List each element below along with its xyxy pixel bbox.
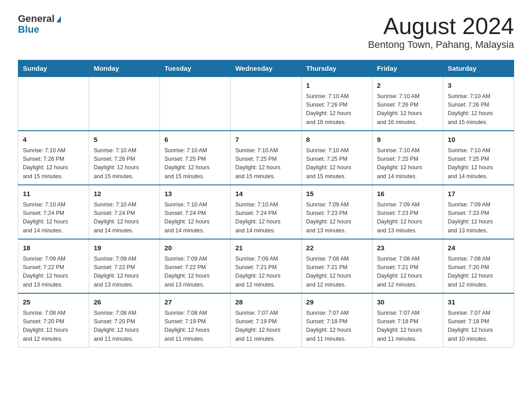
calendar-cell: 22Sunrise: 7:08 AMSunset: 7:21 PMDayligh…: [301, 239, 372, 293]
calendar-cell: 28Sunrise: 7:07 AMSunset: 7:19 PMDayligh…: [231, 293, 301, 347]
day-number: 8: [306, 135, 368, 145]
calendar-week-row: 25Sunrise: 7:08 AMSunset: 7:20 PMDayligh…: [18, 293, 514, 347]
calendar-cell: 2Sunrise: 7:10 AMSunset: 7:26 PMDaylight…: [372, 77, 443, 131]
logo-triangle-icon: [56, 16, 61, 22]
calendar-cell: 6Sunrise: 7:10 AMSunset: 7:25 PMDaylight…: [160, 131, 231, 185]
calendar-cell: 16Sunrise: 7:09 AMSunset: 7:23 PMDayligh…: [372, 185, 443, 239]
calendar-header-row: SundayMondayTuesdayWednesdayThursdayFrid…: [18, 60, 514, 77]
day-info: Sunrise: 7:08 AMSunset: 7:20 PMDaylight:…: [94, 309, 155, 344]
day-number: 25: [23, 297, 84, 308]
calendar-cell: 15Sunrise: 7:09 AMSunset: 7:23 PMDayligh…: [301, 185, 372, 239]
day-info: Sunrise: 7:10 AMSunset: 7:25 PMDaylight:…: [235, 146, 296, 181]
day-number: 27: [164, 297, 226, 308]
calendar-table: SundayMondayTuesdayWednesdayThursdayFrid…: [18, 60, 514, 347]
day-number: 3: [448, 81, 509, 91]
day-number: 12: [94, 189, 155, 199]
calendar-cell: 31Sunrise: 7:07 AMSunset: 7:18 PMDayligh…: [443, 293, 514, 347]
day-number: 11: [23, 189, 84, 199]
col-header-wednesday: Wednesday: [231, 60, 301, 77]
day-info: Sunrise: 7:10 AMSunset: 7:26 PMDaylight:…: [306, 92, 368, 127]
calendar-cell: [89, 77, 160, 131]
calendar-cell: 4Sunrise: 7:10 AMSunset: 7:26 PMDaylight…: [18, 131, 89, 185]
day-info: Sunrise: 7:10 AMSunset: 7:25 PMDaylight:…: [377, 146, 438, 181]
calendar-cell: 23Sunrise: 7:08 AMSunset: 7:21 PMDayligh…: [372, 239, 443, 293]
day-info: Sunrise: 7:08 AMSunset: 7:21 PMDaylight:…: [306, 255, 368, 290]
day-number: 2: [377, 81, 438, 91]
day-info: Sunrise: 7:08 AMSunset: 7:20 PMDaylight:…: [23, 309, 84, 344]
calendar-cell: 25Sunrise: 7:08 AMSunset: 7:20 PMDayligh…: [18, 293, 89, 347]
day-info: Sunrise: 7:10 AMSunset: 7:26 PMDaylight:…: [448, 92, 509, 127]
day-number: 22: [306, 243, 368, 253]
calendar-subtitle: Bentong Town, Pahang, Malaysia: [368, 39, 514, 51]
calendar-week-row: 11Sunrise: 7:10 AMSunset: 7:24 PMDayligh…: [18, 185, 514, 239]
day-number: 16: [377, 189, 438, 199]
calendar-cell: 29Sunrise: 7:07 AMSunset: 7:18 PMDayligh…: [301, 293, 372, 347]
calendar-cell: 5Sunrise: 7:10 AMSunset: 7:26 PMDaylight…: [89, 131, 160, 185]
calendar-week-row: 18Sunrise: 7:09 AMSunset: 7:22 PMDayligh…: [18, 239, 514, 293]
calendar-cell: 9Sunrise: 7:10 AMSunset: 7:25 PMDaylight…: [372, 131, 443, 185]
day-info: Sunrise: 7:09 AMSunset: 7:23 PMDaylight:…: [377, 201, 438, 235]
day-info: Sunrise: 7:09 AMSunset: 7:21 PMDaylight:…: [235, 255, 296, 290]
calendar-cell: 18Sunrise: 7:09 AMSunset: 7:22 PMDayligh…: [18, 239, 89, 293]
calendar-cell: 12Sunrise: 7:10 AMSunset: 7:24 PMDayligh…: [89, 185, 160, 239]
day-number: 15: [306, 189, 368, 199]
day-info: Sunrise: 7:09 AMSunset: 7:23 PMDaylight:…: [448, 201, 509, 235]
day-info: Sunrise: 7:08 AMSunset: 7:21 PMDaylight:…: [377, 255, 438, 290]
day-info: Sunrise: 7:08 AMSunset: 7:20 PMDaylight:…: [448, 255, 509, 290]
day-info: Sunrise: 7:08 AMSunset: 7:19 PMDaylight:…: [164, 309, 226, 344]
col-header-tuesday: Tuesday: [160, 60, 231, 77]
calendar-week-row: 1Sunrise: 7:10 AMSunset: 7:26 PMDaylight…: [18, 77, 514, 131]
day-info: Sunrise: 7:10 AMSunset: 7:25 PMDaylight:…: [306, 146, 368, 181]
calendar-title: August 2024: [368, 13, 514, 39]
day-number: 29: [306, 297, 368, 308]
calendar-cell: 7Sunrise: 7:10 AMSunset: 7:25 PMDaylight…: [231, 131, 301, 185]
day-info: Sunrise: 7:10 AMSunset: 7:25 PMDaylight:…: [164, 146, 226, 181]
day-number: 5: [94, 135, 155, 145]
day-info: Sunrise: 7:09 AMSunset: 7:22 PMDaylight:…: [164, 255, 226, 290]
day-info: Sunrise: 7:10 AMSunset: 7:24 PMDaylight:…: [23, 201, 84, 235]
day-number: 18: [23, 243, 84, 253]
calendar-cell: 3Sunrise: 7:10 AMSunset: 7:26 PMDaylight…: [443, 77, 514, 131]
day-info: Sunrise: 7:09 AMSunset: 7:22 PMDaylight:…: [94, 255, 155, 290]
calendar-cell: 1Sunrise: 7:10 AMSunset: 7:26 PMDaylight…: [301, 77, 372, 131]
day-number: 6: [164, 135, 226, 145]
calendar-cell: 10Sunrise: 7:10 AMSunset: 7:25 PMDayligh…: [443, 131, 514, 185]
day-number: 21: [235, 243, 296, 253]
calendar-cell: 21Sunrise: 7:09 AMSunset: 7:21 PMDayligh…: [231, 239, 301, 293]
calendar-cell: 26Sunrise: 7:08 AMSunset: 7:20 PMDayligh…: [89, 293, 160, 347]
day-number: 26: [94, 297, 155, 308]
col-header-monday: Monday: [89, 60, 160, 77]
day-number: 7: [235, 135, 296, 145]
calendar-cell: [160, 77, 231, 131]
day-number: 31: [448, 297, 509, 308]
day-info: Sunrise: 7:10 AMSunset: 7:25 PMDaylight:…: [448, 146, 509, 181]
calendar-cell: 24Sunrise: 7:08 AMSunset: 7:20 PMDayligh…: [443, 239, 514, 293]
day-number: 20: [164, 243, 226, 253]
day-number: 17: [448, 189, 509, 199]
day-info: Sunrise: 7:10 AMSunset: 7:26 PMDaylight:…: [94, 146, 155, 181]
calendar-cell: 20Sunrise: 7:09 AMSunset: 7:22 PMDayligh…: [160, 239, 231, 293]
calendar-cell: 19Sunrise: 7:09 AMSunset: 7:22 PMDayligh…: [89, 239, 160, 293]
day-number: 30: [377, 297, 438, 308]
day-number: 9: [377, 135, 438, 145]
day-number: 28: [235, 297, 296, 308]
calendar-week-row: 4Sunrise: 7:10 AMSunset: 7:26 PMDaylight…: [18, 131, 514, 185]
day-info: Sunrise: 7:07 AMSunset: 7:18 PMDaylight:…: [306, 309, 368, 344]
day-info: Sunrise: 7:10 AMSunset: 7:24 PMDaylight:…: [235, 201, 296, 235]
day-info: Sunrise: 7:10 AMSunset: 7:26 PMDaylight:…: [377, 92, 438, 127]
day-info: Sunrise: 7:09 AMSunset: 7:23 PMDaylight:…: [306, 201, 368, 235]
calendar-cell: [18, 77, 89, 131]
col-header-saturday: Saturday: [443, 60, 514, 77]
day-number: 4: [23, 135, 84, 145]
day-info: Sunrise: 7:09 AMSunset: 7:22 PMDaylight:…: [23, 255, 84, 290]
day-number: 14: [235, 189, 296, 199]
calendar-cell: 27Sunrise: 7:08 AMSunset: 7:19 PMDayligh…: [160, 293, 231, 347]
calendar-cell: 8Sunrise: 7:10 AMSunset: 7:25 PMDaylight…: [301, 131, 372, 185]
calendar-cell: 13Sunrise: 7:10 AMSunset: 7:24 PMDayligh…: [160, 185, 231, 239]
calendar-cell: 17Sunrise: 7:09 AMSunset: 7:23 PMDayligh…: [443, 185, 514, 239]
day-number: 23: [377, 243, 438, 253]
col-header-friday: Friday: [372, 60, 443, 77]
col-header-sunday: Sunday: [18, 60, 89, 77]
logo-blue: Blue: [18, 24, 61, 35]
day-number: 19: [94, 243, 155, 253]
